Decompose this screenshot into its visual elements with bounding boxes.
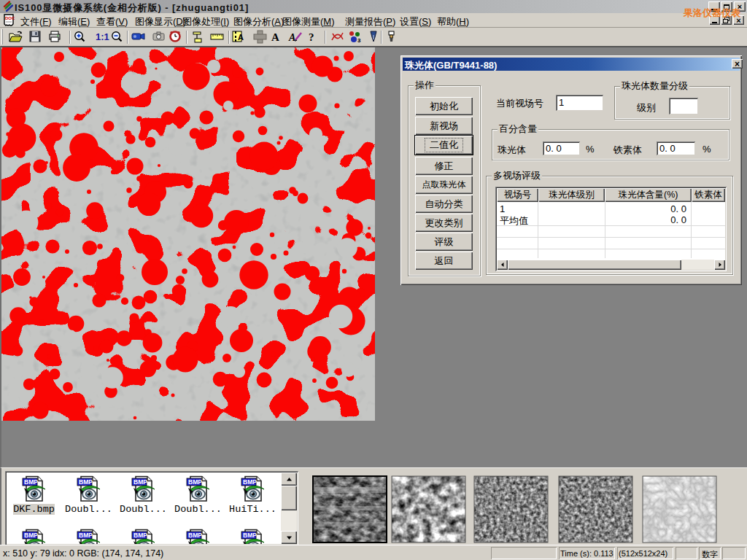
svg-text:A: A	[271, 31, 279, 43]
svg-text:A: A	[238, 33, 244, 42]
svg-text:3: 3	[357, 37, 361, 44]
svg-text:BMP: BMP	[243, 478, 257, 486]
svg-text:?: ?	[309, 31, 314, 43]
svg-text:BMP: BMP	[24, 532, 38, 539]
svg-text:BMP: BMP	[79, 478, 93, 486]
svg-text:BMP: BMP	[188, 478, 202, 486]
svg-text:BMP: BMP	[188, 532, 202, 539]
svg-text:BMP: BMP	[24, 478, 38, 486]
svg-text:BMP: BMP	[243, 532, 257, 539]
svg-text:DOC: DOC	[5, 16, 15, 20]
svg-text:BMP: BMP	[79, 532, 93, 539]
svg-text:BMP: BMP	[133, 478, 147, 486]
svg-text:BMP: BMP	[133, 532, 147, 539]
svg-text:1:1: 1:1	[96, 31, 109, 42]
svg-text:A: A	[288, 32, 295, 43]
